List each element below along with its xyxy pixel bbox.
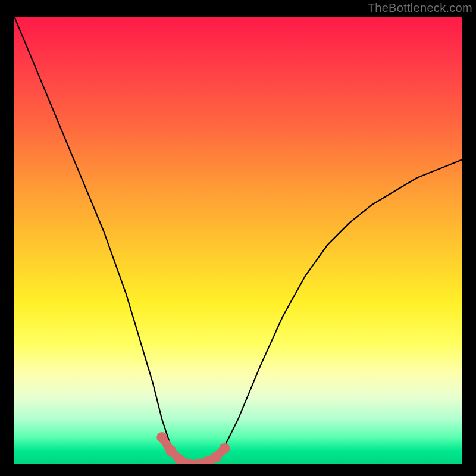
chart-stage: TheBottleneck.com <box>0 0 476 476</box>
watermark-text: TheBottleneck.com <box>368 1 472 15</box>
bottleneck-curve-line <box>14 17 462 464</box>
plot-area <box>14 17 462 464</box>
chart-svg <box>14 17 462 464</box>
marker-dot <box>156 432 167 443</box>
marker-dot <box>210 452 221 463</box>
marker-dot <box>219 443 230 454</box>
marker-dot <box>165 445 176 456</box>
